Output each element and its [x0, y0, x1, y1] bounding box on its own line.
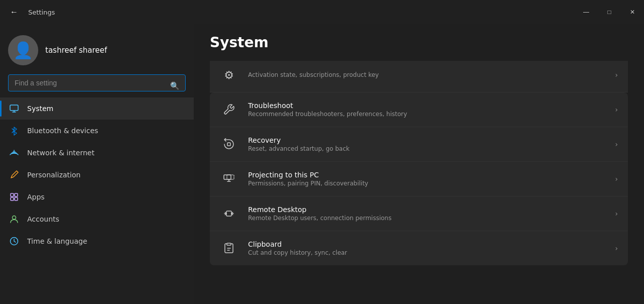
back-button[interactable]: ←	[6, 4, 22, 20]
troubleshoot-arrow-icon: ›	[615, 106, 618, 114]
partial-item[interactable]: ⚙ Activation state, subscriptions, produ…	[210, 61, 628, 92]
apps-nav-icon	[8, 191, 20, 203]
minimize-button[interactable]: —	[575, 4, 598, 20]
projecting-icon	[220, 170, 238, 188]
recovery-title: Recovery	[248, 136, 605, 144]
sidebar-item-label-bluetooth: Bluetooth & devices	[27, 127, 98, 135]
sidebar-item-bluetooth[interactable]: Bluetooth & devices	[0, 120, 194, 142]
clipboard-desc: Cut and copy history, sync, clear	[248, 249, 605, 256]
sidebar-item-network[interactable]: Network & internet	[0, 142, 194, 164]
personalization-nav-icon	[8, 169, 20, 181]
projecting-arrow-icon: ›	[615, 175, 618, 183]
projecting-title: Projecting to this PC	[248, 171, 605, 179]
sidebar-item-label-network: Network & internet	[27, 149, 95, 157]
settings-item-clipboard[interactable]: ClipboardCut and copy history, sync, cle…	[210, 231, 628, 265]
recovery-text: RecoveryReset, advanced startup, go back	[248, 136, 605, 152]
bluetooth-nav-icon	[8, 125, 20, 137]
user-profile[interactable]: 👤 tashreef shareef	[0, 30, 194, 74]
svg-rect-0	[10, 105, 18, 111]
sidebar-item-label-accounts: Accounts	[27, 215, 59, 223]
partial-item-text: Activation state, subscriptions, product…	[248, 71, 605, 78]
svg-rect-10	[226, 211, 231, 216]
svg-rect-1	[11, 193, 14, 196]
partial-item-arrow: ›	[615, 71, 618, 79]
close-button[interactable]: ✕	[621, 4, 644, 20]
settings-item-troubleshoot[interactable]: TroubleshootRecommended troubleshooters,…	[210, 92, 628, 127]
svg-point-5	[13, 216, 16, 220]
settings-item-remote-desktop[interactable]: Remote DesktopRemote Desktop users, conn…	[210, 196, 628, 231]
troubleshoot-desc: Recommended troubleshooters, preferences…	[248, 111, 605, 118]
recovery-arrow-icon: ›	[615, 140, 618, 148]
partial-item-desc: Activation state, subscriptions, product…	[248, 71, 605, 78]
svg-rect-3	[11, 197, 14, 200]
main-content: System ⚙ Activation state, subscriptions…	[194, 24, 644, 304]
remote-desktop-arrow-icon: ›	[615, 210, 618, 218]
svg-rect-9	[227, 175, 234, 179]
settings-item-recovery[interactable]: RecoveryReset, advanced startup, go back…	[210, 127, 628, 162]
projecting-desc: Permissions, pairing PIN, discoverabilit…	[248, 180, 605, 187]
svg-rect-2	[15, 193, 18, 196]
clipboard-arrow-icon: ›	[615, 244, 618, 252]
settings-items-container: TroubleshootRecommended troubleshooters,…	[210, 92, 628, 265]
nav-list: SystemBluetooth & devicesNetwork & inter…	[0, 97, 194, 298]
remote-desktop-desc: Remote Desktop users, connection permiss…	[248, 215, 605, 222]
maximize-button[interactable]: □	[598, 4, 621, 20]
recovery-icon	[220, 135, 238, 153]
troubleshoot-icon	[220, 100, 238, 119]
title-bar: ← Settings — □ ✕	[0, 0, 644, 24]
sidebar-item-label-time: Time & language	[27, 237, 87, 245]
remote-desktop-text: Remote DesktopRemote Desktop users, conn…	[248, 206, 605, 222]
recovery-desc: Reset, advanced startup, go back	[248, 145, 605, 152]
system-nav-icon	[8, 103, 20, 115]
remote-desktop-icon	[220, 205, 238, 223]
svg-rect-7	[227, 143, 230, 146]
avatar: 👤	[8, 35, 38, 65]
sidebar-item-personalization[interactable]: Personalization	[0, 164, 194, 186]
accounts-nav-icon	[8, 213, 20, 225]
settings-list: ⚙ Activation state, subscriptions, produ…	[210, 61, 628, 265]
title-bar-left: ← Settings	[6, 4, 55, 20]
sidebar-item-accounts[interactable]: Accounts	[0, 208, 194, 230]
user-name: tashreef shareef	[45, 46, 107, 55]
sidebar-item-label-apps: Apps	[27, 193, 45, 201]
sidebar-item-apps[interactable]: Apps	[0, 186, 194, 208]
settings-item-projecting[interactable]: Projecting to this PCPermissions, pairin…	[210, 162, 628, 196]
page-title: System	[210, 34, 628, 51]
svg-rect-11	[227, 243, 231, 245]
sidebar-item-label-personalization: Personalization	[27, 171, 80, 179]
clipboard-text: ClipboardCut and copy history, sync, cle…	[248, 240, 605, 256]
avatar-icon: 👤	[13, 41, 33, 60]
remote-desktop-title: Remote Desktop	[248, 206, 605, 214]
title-bar-controls: — □ ✕	[575, 4, 644, 20]
sidebar-item-label-system: System	[27, 105, 53, 113]
svg-rect-8	[224, 175, 231, 179]
window-title: Settings	[28, 9, 55, 16]
sidebar-item-time[interactable]: Time & language	[0, 230, 194, 252]
activation-icon: ⚙	[220, 66, 238, 84]
troubleshoot-title: Troubleshoot	[248, 102, 605, 110]
network-nav-icon	[8, 147, 20, 159]
app-body: 👤 tashreef shareef 🔍 SystemBluetooth & d…	[0, 24, 644, 304]
troubleshoot-text: TroubleshootRecommended troubleshooters,…	[248, 102, 605, 118]
clipboard-icon	[220, 239, 238, 257]
search-container: 🔍	[0, 74, 194, 97]
sidebar-item-system[interactable]: System	[0, 97, 194, 120]
svg-rect-4	[15, 197, 18, 200]
search-input[interactable]	[8, 74, 186, 91]
clipboard-title: Clipboard	[248, 240, 605, 248]
projecting-text: Projecting to this PCPermissions, pairin…	[248, 171, 605, 187]
time-nav-icon	[8, 235, 20, 247]
sidebar: 👤 tashreef shareef 🔍 SystemBluetooth & d…	[0, 24, 194, 304]
